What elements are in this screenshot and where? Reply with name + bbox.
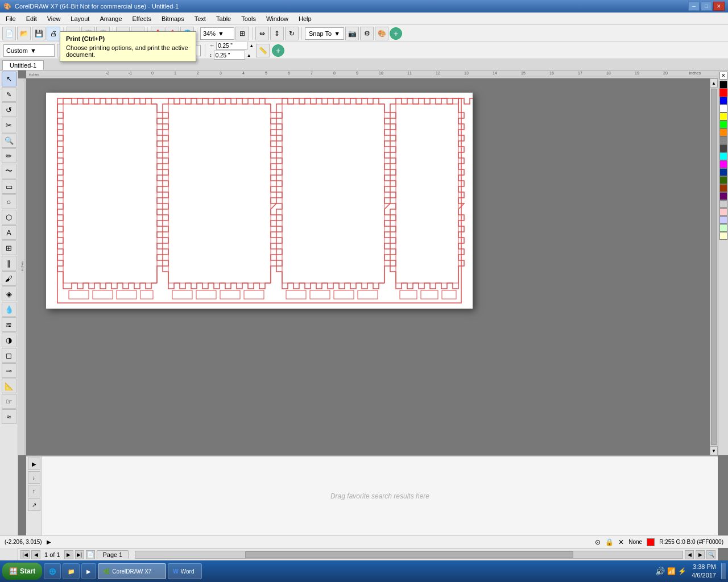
ellipse-tool[interactable]: ○ — [2, 194, 16, 209]
status-page-indicator[interactable]: ▶ — [47, 539, 51, 545]
menu-bitmaps[interactable]: Bitmaps — [157, 14, 189, 23]
crop-tool[interactable]: ✂ — [2, 118, 16, 132]
blend-tool[interactable]: ≋ — [2, 317, 16, 332]
minimize-button[interactable]: ─ — [688, 2, 700, 11]
zoom-tool[interactable]: 🔍 — [2, 133, 16, 148]
offset-x-up[interactable]: ▲ — [249, 43, 254, 48]
color-swatch-darkgray[interactable] — [719, 144, 727, 152]
menu-layout[interactable]: Layout — [66, 14, 94, 23]
page-tab[interactable]: Page 1 — [97, 550, 129, 559]
start-button[interactable]: 🪟 Start — [2, 563, 42, 580]
color-swatch-orange[interactable] — [719, 128, 727, 136]
connector-tool[interactable]: ⊸ — [2, 363, 16, 378]
horiz-scroll-thumb[interactable] — [245, 551, 573, 558]
sys-icon-sound[interactable]: 🔊 — [655, 567, 665, 576]
print-button[interactable]: 🖨 — [47, 27, 60, 40]
transparency-tool[interactable]: ◻ — [2, 348, 16, 363]
menu-table[interactable]: Table — [212, 14, 235, 23]
page-first-btn[interactable]: |◀ — [20, 550, 30, 559]
color-swatch-cyan[interactable] — [719, 152, 727, 160]
zoom-fit-button[interactable]: ⊞ — [235, 27, 249, 40]
menu-window[interactable]: Window — [262, 14, 293, 23]
tray-icon2[interactable]: ↑ — [28, 485, 40, 497]
color-swatch-white[interactable] — [719, 105, 727, 113]
menu-view[interactable]: View — [43, 14, 65, 23]
mirror-h-button[interactable]: ⇔ — [255, 27, 269, 40]
vertical-scrollbar[interactable]: ▲ ▼ — [710, 78, 718, 455]
horiz-scroll[interactable] — [135, 551, 683, 559]
smear-tool[interactable]: ≈ — [2, 409, 16, 424]
show-desktop[interactable] — [721, 563, 726, 579]
color-mgmt-button[interactable]: 🎨 — [375, 27, 388, 40]
color-swatch-cream[interactable] — [719, 232, 727, 240]
offset-y-up[interactable]: ▲ — [247, 53, 251, 58]
taskbar-media[interactable]: ▶ — [81, 563, 96, 579]
open-button[interactable]: 📂 — [17, 27, 31, 40]
plus-button[interactable]: + — [272, 44, 284, 57]
menu-edit[interactable]: Edit — [22, 14, 42, 23]
smartdraw-tool[interactable]: 〜 — [2, 164, 16, 178]
fill-tool[interactable]: ◈ — [2, 286, 16, 301]
maximize-button[interactable]: □ — [701, 2, 712, 11]
select-tool[interactable]: ↖ — [2, 72, 16, 86]
taskbar-explorer[interactable]: 📁 — [63, 563, 80, 579]
color-swatch-gray[interactable] — [719, 136, 727, 144]
polygon-tool[interactable]: ⬡ — [2, 210, 16, 225]
menu-effects[interactable]: Effects — [128, 14, 156, 23]
color-swatch-navy[interactable] — [719, 168, 727, 176]
color-swatch-mint[interactable] — [719, 224, 727, 232]
color-swatch-yellow[interactable] — [719, 113, 727, 120]
scroll-thumb[interactable] — [711, 89, 717, 445]
measure-tool[interactable]: 📐 — [2, 379, 16, 393]
color-swatch-green[interactable] — [719, 120, 727, 128]
color-swatch-pink[interactable] — [719, 208, 727, 216]
color-swatch-purple[interactable] — [719, 192, 727, 200]
snap-dropdown[interactable]: Snap To ▼ — [305, 27, 344, 40]
sys-icon-power[interactable]: ⚡ — [678, 567, 686, 575]
transform-tool[interactable]: ↺ — [2, 102, 16, 117]
taskbar-clock[interactable]: 3:38 PM 4/6/2017 — [688, 563, 719, 580]
interactive-tool[interactable]: ☞ — [2, 394, 16, 409]
page-doc-icon[interactable]: 📄 — [86, 550, 95, 559]
save-button[interactable]: 💾 — [32, 27, 46, 40]
taskbar-word[interactable]: W Word — [168, 563, 202, 579]
import2-button[interactable]: 📷 — [345, 27, 359, 40]
tray-icon1[interactable]: ↓ — [28, 471, 40, 484]
close-button[interactable]: ✕ — [713, 2, 725, 11]
eyedrop-tool[interactable]: 💧 — [2, 302, 16, 317]
freehand2-tool[interactable]: ✏ — [2, 148, 16, 163]
new-button[interactable]: 📄 — [2, 27, 16, 40]
color-swatch-blue[interactable] — [719, 97, 727, 105]
color-swatch-black[interactable] — [719, 81, 727, 89]
rotate-button[interactable]: ↻ — [285, 27, 299, 40]
menu-tools[interactable]: Tools — [237, 14, 260, 23]
tab-untitled1[interactable]: Untitled-1 — [2, 60, 44, 70]
tray-icon3[interactable]: ↗ — [28, 498, 40, 511]
page-last-btn[interactable]: ▶| — [75, 550, 84, 559]
menu-help[interactable]: Help — [294, 14, 316, 23]
freehand-tool[interactable]: ✎ — [2, 87, 16, 102]
color-swatch-brown[interactable] — [719, 184, 727, 192]
taskbar-coreldraw-active[interactable]: 🌿 CorelDRAW X7 — [98, 563, 166, 579]
color-swatch-lavender[interactable] — [719, 216, 727, 224]
text-tool[interactable]: A — [2, 225, 16, 240]
color-swatch-lightgray[interactable] — [719, 200, 727, 208]
color-x-swatch[interactable]: ✕ — [719, 72, 727, 80]
table-tool[interactable]: ⊞ — [2, 240, 16, 255]
color-swatch-magenta[interactable] — [719, 160, 727, 168]
tray-expand-btn[interactable]: ▶ — [28, 458, 40, 470]
menu-text[interactable]: Text — [190, 14, 210, 23]
menu-file[interactable]: File — [1, 14, 20, 23]
mirror-v-button[interactable]: ⇕ — [270, 27, 284, 40]
color-swatch-red[interactable] — [719, 89, 727, 97]
paint-tool[interactable]: 🖌 — [2, 271, 16, 286]
add-button[interactable]: + — [390, 27, 402, 40]
page-scroll-right[interactable]: ▶ — [696, 550, 705, 559]
color-swatch-darkgreen[interactable] — [719, 176, 727, 184]
page-prev-btn[interactable]: ◀ — [31, 550, 40, 559]
rect-tool[interactable]: ▭ — [2, 179, 16, 194]
snap-icon[interactable]: 📏 — [256, 44, 270, 57]
preset-dropdown[interactable]: Custom ▼ — [3, 44, 55, 57]
zoom-dropdown[interactable]: 34% ▼ — [200, 27, 234, 40]
taskbar-ie[interactable]: 🌐 — [44, 563, 61, 579]
